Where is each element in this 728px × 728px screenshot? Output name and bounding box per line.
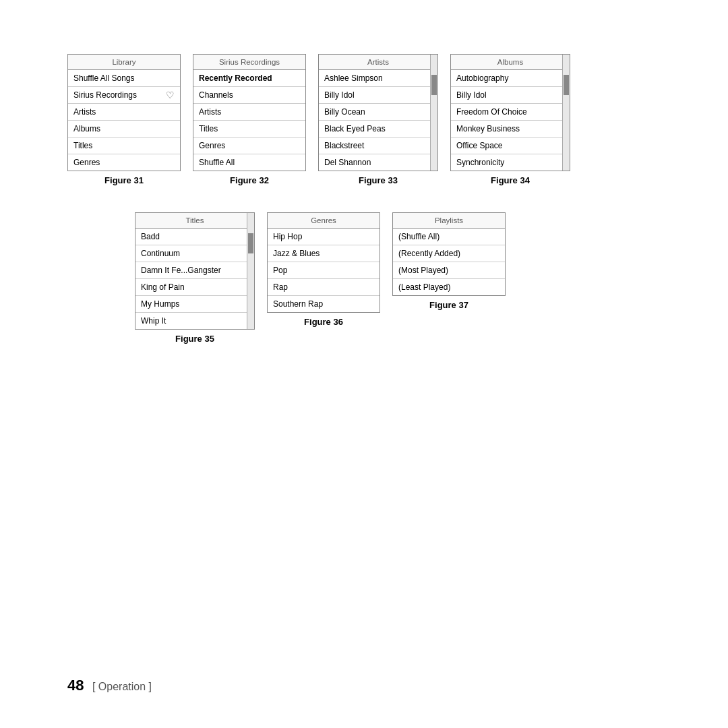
menu-item[interactable]: Genres bbox=[193, 138, 305, 154]
figure-label-fig36: Figure 36 bbox=[304, 317, 343, 327]
menu-item[interactable]: (Shuffle All) bbox=[393, 229, 505, 245]
page-footer: 48 [ Operation ] bbox=[67, 677, 152, 694]
menu-item[interactable]: Albums bbox=[68, 121, 180, 138]
menu-item[interactable]: Genres bbox=[68, 154, 180, 171]
menu-item-text: (Recently Added) bbox=[398, 249, 460, 258]
heart-icon: ♡ bbox=[166, 90, 175, 100]
menu-item-text: Channels bbox=[199, 90, 233, 100]
menu-item[interactable]: Sirius Recordings♡ bbox=[68, 87, 180, 104]
menu-title-fig34: Albums bbox=[451, 55, 570, 70]
figure-label-fig37: Figure 37 bbox=[429, 300, 468, 310]
menu-item[interactable]: Channels bbox=[193, 87, 305, 104]
menu-item-text: (Most Played) bbox=[398, 266, 448, 275]
figure-container-fig34: AlbumsAutobiographyBilly IdolFreedom Of … bbox=[450, 54, 570, 185]
figure-label-fig32: Figure 32 bbox=[230, 175, 269, 185]
figures-row-1: LibraryShuffle All SongsSirius Recording… bbox=[67, 54, 661, 185]
menu-item[interactable]: (Recently Added) bbox=[393, 245, 505, 262]
menu-title-fig35: Titles bbox=[135, 213, 254, 229]
page-number: 48 bbox=[67, 677, 84, 694]
menu-item[interactable]: Titles bbox=[193, 121, 305, 138]
menu-item[interactable]: Del Shannon bbox=[319, 154, 437, 171]
menu-item[interactable]: Continuum bbox=[135, 245, 254, 262]
figure-container-fig32: Sirius RecordingsRecently RecordedChanne… bbox=[193, 54, 306, 185]
menu-item[interactable]: Shuffle All bbox=[193, 154, 305, 171]
menu-item[interactable]: Pop bbox=[268, 262, 380, 279]
figure-container-fig37: Playlists(Shuffle All)(Recently Added)(M… bbox=[392, 212, 506, 310]
menu-item[interactable]: Southern Rap bbox=[268, 296, 380, 312]
menu-item[interactable]: (Least Played) bbox=[393, 279, 505, 295]
menu-box-fig37: Playlists(Shuffle All)(Recently Added)(M… bbox=[392, 212, 506, 296]
menu-item[interactable]: Billy Ocean bbox=[319, 104, 437, 121]
menu-item[interactable]: Damn It Fe...Gangster bbox=[135, 262, 254, 279]
menu-item[interactable]: Freedom Of Choice bbox=[451, 104, 570, 121]
figure-label-fig31: Figure 31 bbox=[104, 175, 144, 185]
menu-item[interactable]: Monkey Business bbox=[451, 121, 570, 138]
menu-title-fig33: Artists bbox=[319, 55, 437, 70]
menu-box-fig33: ArtistsAshlee SimpsonBilly IdolBilly Oce… bbox=[318, 54, 438, 171]
menu-item[interactable]: King of Pain bbox=[135, 279, 254, 296]
menu-item[interactable]: Office Space bbox=[451, 138, 570, 154]
menu-item[interactable]: Titles bbox=[68, 138, 180, 154]
menu-item-text: Pop bbox=[273, 266, 287, 275]
page-content: LibraryShuffle All SongsSirius Recording… bbox=[0, 0, 728, 398]
menu-title-fig36: Genres bbox=[268, 213, 380, 229]
menu-item-text: Rap bbox=[273, 282, 288, 292]
figures-row-2: TitlesBaddContinuumDamn It Fe...Gangster… bbox=[135, 212, 661, 344]
menu-box-fig35: TitlesBaddContinuumDamn It Fe...Gangster… bbox=[135, 212, 255, 330]
menu-item-text: Hip Hop bbox=[273, 232, 302, 241]
menu-item[interactable]: Rap bbox=[268, 279, 380, 296]
menu-item[interactable]: Ashlee Simpson bbox=[319, 70, 437, 87]
menu-item-text: Genres bbox=[199, 141, 225, 150]
menu-item[interactable]: Whip It bbox=[135, 313, 254, 329]
menu-item-text: Southern Rap bbox=[273, 299, 323, 309]
menu-box-fig34: AlbumsAutobiographyBilly IdolFreedom Of … bbox=[450, 54, 570, 171]
figure-container-fig35: TitlesBaddContinuumDamn It Fe...Gangster… bbox=[135, 212, 255, 344]
menu-item-text: Albums bbox=[73, 124, 100, 133]
menu-title-fig31: Library bbox=[68, 55, 180, 70]
figure-container-fig36: GenresHip HopJazz & BluesPopRapSouthern … bbox=[267, 212, 380, 327]
menu-item[interactable]: Blackstreet bbox=[319, 138, 437, 154]
menu-item-text: Shuffle All bbox=[199, 158, 235, 167]
figure-container-fig31: LibraryShuffle All SongsSirius Recording… bbox=[67, 54, 181, 185]
menu-item-text: Genres bbox=[73, 158, 100, 167]
menu-item[interactable]: Black Eyed Peas bbox=[319, 121, 437, 138]
menu-item[interactable]: Artists bbox=[68, 104, 180, 121]
menu-item[interactable]: (Most Played) bbox=[393, 262, 505, 279]
menu-item-text: Titles bbox=[73, 141, 92, 150]
menu-item-text: Titles bbox=[199, 124, 218, 133]
menu-item-text: (Least Played) bbox=[398, 282, 450, 292]
menu-item-text: Sirius Recordings bbox=[73, 90, 137, 100]
figure-label-fig34: Figure 34 bbox=[491, 175, 530, 185]
menu-box-fig32: Sirius RecordingsRecently RecordedChanne… bbox=[193, 54, 306, 171]
menu-item[interactable]: Recently Recorded bbox=[193, 70, 305, 87]
menu-item-text: Shuffle All Songs bbox=[73, 73, 135, 83]
menu-box-fig36: GenresHip HopJazz & BluesPopRapSouthern … bbox=[267, 212, 380, 313]
menu-item-text: (Shuffle All) bbox=[398, 232, 439, 241]
menu-box-fig31: LibraryShuffle All SongsSirius Recording… bbox=[67, 54, 181, 171]
menu-title-fig32: Sirius Recordings bbox=[193, 55, 305, 70]
menu-item[interactable]: Billy Idol bbox=[451, 87, 570, 104]
menu-item-text: Artists bbox=[199, 107, 221, 117]
menu-item[interactable]: Autobiography bbox=[451, 70, 570, 87]
menu-item[interactable]: My Humps bbox=[135, 296, 254, 313]
menu-item[interactable]: Artists bbox=[193, 104, 305, 121]
menu-item[interactable]: Shuffle All Songs bbox=[68, 70, 180, 87]
menu-item[interactable]: Badd bbox=[135, 229, 254, 245]
menu-item-text: Artists bbox=[73, 107, 96, 117]
menu-item[interactable]: Billy Idol bbox=[319, 87, 437, 104]
menu-title-fig37: Playlists bbox=[393, 213, 505, 229]
figure-label-fig35: Figure 35 bbox=[175, 334, 214, 344]
menu-item-text: Jazz & Blues bbox=[273, 249, 320, 258]
menu-item[interactable]: Hip Hop bbox=[268, 229, 380, 245]
figure-container-fig33: ArtistsAshlee SimpsonBilly IdolBilly Oce… bbox=[318, 54, 438, 185]
page-label: [ Operation ] bbox=[92, 681, 152, 692]
menu-item[interactable]: Synchronicity bbox=[451, 154, 570, 171]
figure-label-fig33: Figure 33 bbox=[359, 175, 398, 185]
menu-item[interactable]: Jazz & Blues bbox=[268, 245, 380, 262]
menu-item-text: Recently Recorded bbox=[199, 73, 272, 83]
